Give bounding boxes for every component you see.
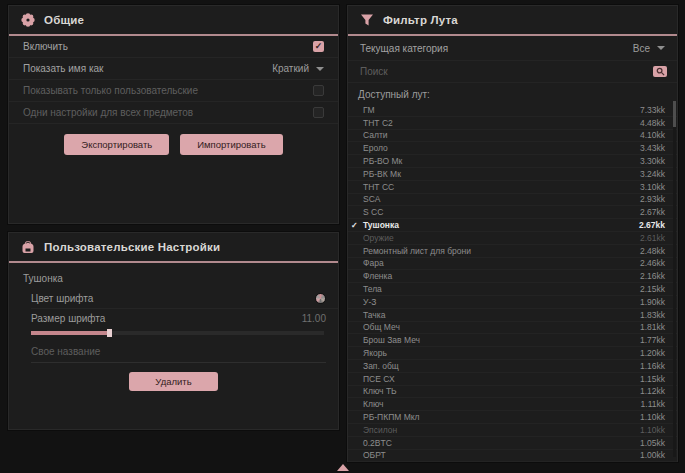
loot-item-name: РБ-ВО Мк: [363, 156, 402, 166]
same-settings-checkbox[interactable]: [313, 107, 324, 118]
category-value: Все: [633, 43, 650, 54]
loot-item-value: 1.83kk: [640, 310, 665, 320]
category-row: Текущая категория Все: [348, 36, 677, 61]
loot-list-item[interactable]: ✓ ТНТ С2 4.48kk: [348, 117, 677, 130]
setting-row-same-settings: Одни настройки для всех предметов: [9, 102, 338, 124]
loot-item-value: 1.16kk: [640, 361, 665, 371]
loot-item-name: Ремонтный лист для брони: [363, 246, 471, 256]
loot-list-item[interactable]: ✓ SCA 2.93kk: [348, 194, 677, 207]
loot-list-item[interactable]: ✓ Оружие 2.61kk: [348, 232, 677, 245]
loot-list-item[interactable]: ✓ ТНТ СС 3.10kk: [348, 181, 677, 194]
loot-item-value: 2.61kk: [640, 233, 665, 243]
user-settings-title: Пользовательские Настройки: [44, 241, 220, 253]
setting-row-user-only: Показывать только пользовательские: [9, 80, 338, 102]
loot-item-value: 2.67kk: [639, 220, 665, 230]
loot-item-name: SCA: [363, 194, 380, 204]
loot-list-item[interactable]: ✓ Ероло 3.43kk: [348, 142, 677, 155]
general-panel: Общие Включить ✓ Показать имя как Кратки…: [8, 5, 339, 224]
loot-list-item[interactable]: ✓ Фленка 2.16kk: [348, 270, 677, 283]
loot-item-value: 3.10kk: [640, 182, 665, 192]
loot-list-item[interactable]: ✓ Тачка 1.83kk: [348, 309, 677, 322]
loot-item-name: Ключ: [363, 399, 384, 409]
loot-list-item[interactable]: ✓ РБ-ВК Мк 3.24kk: [348, 168, 677, 181]
loot-item-name: ПСЕ СХ: [363, 374, 395, 384]
loot-item-value: 2.48kk: [640, 246, 665, 256]
scrollbar-thumb[interactable]: [673, 101, 676, 127]
loot-list-item[interactable]: ✓ 0.2BTC 1.05kk: [348, 437, 677, 450]
loot-item-name: Эпсилон: [363, 425, 397, 435]
loot-item-value: 1.11kk: [641, 399, 665, 409]
name-mode-value: Краткий: [272, 63, 309, 74]
font-size-value: 11.00: [302, 313, 326, 324]
font-size-slider[interactable]: [31, 331, 324, 335]
enable-checkbox[interactable]: ✓: [313, 41, 324, 52]
font-color-row: Цвет шрифта: [31, 289, 338, 309]
loot-item-value: 1.12kk: [640, 386, 665, 396]
loot-item-name: РБ-ПКПМ Мкл: [363, 412, 420, 422]
loot-list: ✓ ГМ 7.33kk ✓ ТНТ С2 4.48kk ✓ Салти 4.10…: [348, 104, 677, 462]
check-icon: ✓: [351, 221, 358, 230]
loot-item-value: 1.15kk: [640, 374, 665, 384]
category-select[interactable]: Все: [633, 43, 665, 54]
loot-list-item[interactable]: ✓ РБ-ПКПМ Мкл 1.10kk: [348, 411, 677, 424]
loot-item-name: Брош Зав Меч: [363, 335, 420, 345]
loot-item-value: 3.30kk: [640, 156, 665, 166]
loot-list-item[interactable]: ✓ Брош Зав Меч 1.77kk: [348, 334, 677, 347]
loot-item-value: 1.10kk: [640, 412, 665, 422]
general-buttons: Экспортировать Импортировать: [9, 124, 338, 155]
loot-list-item[interactable]: ✓ Эпсилон 1.10kk: [348, 424, 677, 437]
loot-list-item[interactable]: ✓ РБ-ВО Мк 3.30kk: [348, 155, 677, 168]
loot-list-item[interactable]: ✓ Тела 2.15kk: [348, 283, 677, 296]
delete-button[interactable]: Удалить: [129, 372, 217, 391]
loot-item-name: У-З: [363, 297, 376, 307]
loot-item-value: 1.90kk: [640, 297, 665, 307]
loot-list-item[interactable]: ✓ Тушонка 2.67kk: [348, 219, 677, 232]
export-button[interactable]: Экспортировать: [64, 134, 169, 155]
loot-list-item[interactable]: ✓ Зап. общ 1.16kk: [348, 360, 677, 373]
custom-name-input[interactable]: [31, 343, 326, 363]
loot-list-item[interactable]: ✓ Фара 2.46kk: [348, 258, 677, 271]
slider-handle[interactable]: [107, 329, 112, 337]
loot-item-value: 2.15kk: [640, 284, 665, 294]
flower-gear-icon: [21, 13, 35, 27]
triangle-up-icon[interactable]: [337, 464, 349, 471]
user-only-checkbox[interactable]: [313, 85, 324, 96]
loot-list-item[interactable]: ✓ Ключ 1.11kk: [348, 398, 677, 411]
loot-item-name: ОБРТ: [363, 450, 386, 460]
user-only-label: Показывать только пользовательские: [23, 85, 198, 96]
loot-item-value: 2.67kk: [640, 207, 665, 217]
category-label: Текущая категория: [360, 43, 448, 54]
search-input[interactable]: [360, 66, 653, 77]
loot-list-item[interactable]: ✓ ОБРТ 1.00kk: [348, 450, 677, 463]
loot-item-name: Тушонка: [363, 220, 399, 230]
loot-list-item[interactable]: ✓ Ремонтный лист для брони 2.48kk: [348, 245, 677, 258]
loot-item-value: 2.46kk: [640, 258, 665, 268]
available-loot-label: Доступный лут:: [348, 83, 677, 104]
user-settings-header: Пользовательские Настройки: [9, 233, 338, 263]
loot-item-name: ТНТ С2: [363, 118, 393, 128]
loot-item-value: 1.81kk: [640, 322, 665, 332]
loot-item-name: ТНТ СС: [363, 182, 394, 192]
font-size-label: Размер шрифта: [31, 313, 105, 324]
name-mode-select[interactable]: Краткий: [272, 63, 324, 74]
loot-list-scrollbar[interactable]: [673, 101, 676, 457]
loot-item-name: Ероло: [363, 143, 388, 153]
color-wheel-icon[interactable]: [315, 293, 326, 304]
loot-list-item[interactable]: ✓ ПСЕ СХ 1.15kk: [348, 373, 677, 386]
loot-list-item[interactable]: ✓ Якорь 1.20kk: [348, 347, 677, 360]
loot-list-item[interactable]: ✓ ГМ 7.33kk: [348, 104, 677, 117]
loot-item-name: Фара: [363, 258, 384, 268]
chevron-down-icon: [657, 46, 665, 50]
loot-item-name: Ключ ТЬ: [363, 386, 397, 396]
loot-list-item[interactable]: ✓ S СС 2.67kk: [348, 206, 677, 219]
loot-list-item[interactable]: ✓ Общ Меч 1.81kk: [348, 322, 677, 335]
magnifier-icon: [656, 67, 665, 76]
name-mode-label: Показать имя как: [23, 63, 103, 74]
loot-item-value: 3.43kk: [640, 143, 665, 153]
search-button[interactable]: [653, 66, 667, 77]
import-button[interactable]: Импортировать: [180, 134, 282, 155]
general-panel-title: Общие: [44, 14, 84, 26]
loot-list-item[interactable]: ✓ У-З 1.90kk: [348, 296, 677, 309]
loot-list-item[interactable]: ✓ Салти 4.10kk: [348, 130, 677, 143]
loot-list-item[interactable]: ✓ Ключ ТЬ 1.12kk: [348, 386, 677, 399]
